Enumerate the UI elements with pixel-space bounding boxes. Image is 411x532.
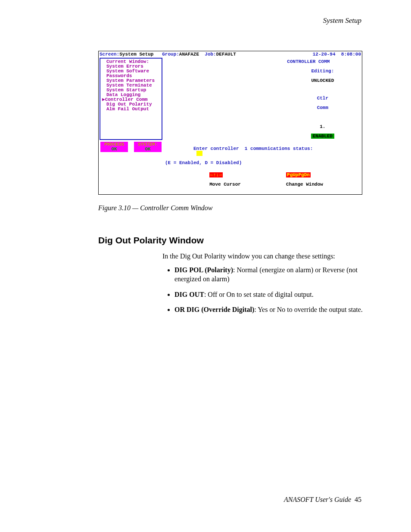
system-status: SYSTEM: OK [134, 142, 162, 152]
panel-title: CONTROLLER COMM [163, 59, 411, 64]
cursor[interactable] [196, 151, 203, 156]
menu-box: Current Window: System ErrorsSystem Soft… [100, 58, 162, 140]
process-value: OK [100, 147, 128, 152]
system-value: OK [134, 147, 162, 152]
page-header: System Setup [50, 16, 361, 25]
prompt-area: Enter controller 1 communications status… [163, 142, 411, 194]
group-value: ANAFAZE [179, 52, 199, 57]
job-value: DEFAULT [216, 52, 236, 57]
arrow-keys-label: Move Cursor [209, 182, 241, 187]
section-heading: Dig Out Polarity Window [98, 235, 361, 246]
page-keys: PgUpPgDn [286, 172, 311, 177]
prompt-line2: (E = Enabled, D = Disabled) [165, 161, 411, 165]
process-status: PROCESS OK [100, 142, 128, 152]
figure-label: Figure 3.10 [98, 204, 131, 212]
page-footer: ANASOFT User's Guide 45 [284, 496, 361, 504]
figure-caption: Figure 3.10 — Controller Comm Window [98, 204, 361, 212]
row-value[interactable]: ENABLED [311, 134, 334, 139]
list-item: DIG POL (Polarity): Normal (energize on … [174, 265, 368, 284]
list-item: OR DIG (Override Digital): Yes or No to … [174, 305, 368, 314]
list-item: DIG OUT: Off or On to set state of digit… [174, 290, 368, 299]
time-value: 8:08:00 [341, 52, 361, 57]
date-value: 12-20-94 [313, 52, 336, 57]
menu-item[interactable]: Alm Fail Output [106, 107, 160, 112]
settings-list: DIG POL (Polarity): Normal (energize on … [162, 265, 368, 314]
section-para: In the Dig Out Polarity window you can c… [162, 252, 365, 261]
screen-label: Screen: [100, 52, 119, 57]
footer-page: 45 [355, 496, 361, 503]
terminal-topbar: Screen: System Setup Group: ANAFAZE Job:… [99, 51, 362, 58]
col-comm: Comm [317, 105, 328, 110]
footer-book: ANASOFT User's Guide [284, 496, 351, 503]
group-label: Group: [162, 52, 179, 57]
arrow-keys: ←↑↓→ [209, 172, 222, 177]
prompt-line1: Enter controller 1 communications status… [193, 146, 313, 151]
editing-value: UNLOCKED [311, 78, 334, 83]
center-panel: CONTROLLER COMM Editing: UNLOCKED Ctlr C… [163, 58, 411, 142]
terminal-screenshot: Screen: System Setup Group: ANAFAZE Job:… [98, 51, 362, 195]
figure-text: Controller Comm Window [140, 204, 212, 212]
screen-value: System Setup [119, 52, 153, 57]
page-keys-label: Change Window [286, 182, 323, 187]
job-label: Job: [205, 52, 216, 57]
